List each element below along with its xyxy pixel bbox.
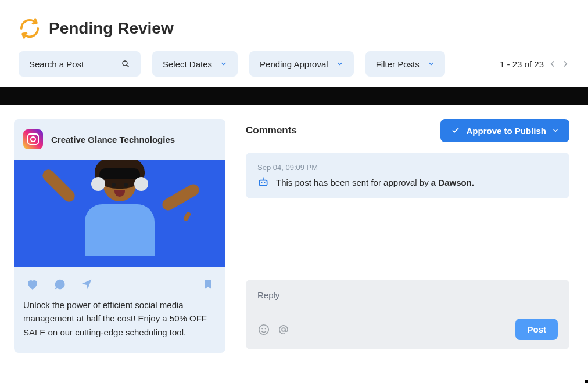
svg-point-0 (123, 61, 127, 66)
chevron-down-icon (552, 127, 559, 134)
post-caption: Unlock the power of efficient social med… (14, 298, 225, 353)
instagram-icon (23, 129, 43, 149)
corner-notch (585, 380, 588, 383)
select-dates-dropdown[interactable]: Select Dates (152, 51, 238, 77)
chevron-down-icon (428, 60, 435, 67)
bookmark-icon[interactable] (202, 277, 214, 291)
search-post-box[interactable] (19, 51, 141, 77)
pager-next-icon[interactable] (561, 60, 569, 68)
svg-point-6 (261, 328, 263, 329)
post-image (14, 160, 225, 267)
page-title: Pending Review (49, 19, 174, 38)
filter-posts-dropdown[interactable]: Filter Posts (365, 51, 445, 77)
chevron-down-icon (336, 60, 343, 67)
reply-input[interactable] (257, 290, 558, 310)
chevron-down-icon (220, 60, 227, 67)
post-reply-button[interactable]: Post (515, 319, 558, 340)
approve-to-publish-button[interactable]: Approve to Publish (440, 119, 569, 142)
bot-icon (257, 176, 269, 188)
post-card: Creative Glance Technologies Unlock the (14, 119, 225, 353)
svg-point-7 (265, 328, 266, 329)
emoji-icon[interactable] (257, 323, 270, 336)
select-dates-label: Select Dates (163, 59, 212, 69)
system-event-timestamp: Sep 04, 09:09 PM (257, 163, 558, 172)
svg-point-8 (282, 328, 285, 331)
comments-heading: Comments (246, 125, 297, 136)
svg-point-5 (259, 324, 269, 334)
filter-posts-label: Filter Posts (376, 59, 420, 69)
mention-icon[interactable] (277, 323, 290, 336)
comment-icon[interactable] (53, 278, 66, 291)
svg-point-3 (264, 182, 265, 183)
reply-box[interactable]: Post (246, 280, 569, 349)
svg-point-4 (263, 177, 264, 178)
post-account-name: Creative Glance Technologies (51, 135, 175, 144)
svg-rect-1 (259, 180, 267, 186)
approve-label: Approve to Publish (466, 126, 546, 136)
separator-bar (0, 87, 588, 105)
status-dropdown[interactable]: Pending Approval (249, 51, 354, 77)
pager-prev-icon[interactable] (548, 60, 557, 68)
status-label: Pending Approval (260, 59, 328, 69)
svg-point-2 (261, 182, 262, 183)
refresh-icon (19, 17, 41, 39)
search-input[interactable] (29, 59, 110, 69)
pager-range: 1 - 23 of 23 (500, 59, 544, 69)
heart-icon[interactable] (26, 277, 40, 291)
check-icon (451, 126, 460, 135)
share-icon[interactable] (80, 278, 93, 291)
search-icon (121, 59, 130, 68)
system-event-text: This post has been sent for approval by … (276, 178, 474, 187)
system-event-card: Sep 04, 09:09 PM This post has been sent… (246, 153, 569, 198)
